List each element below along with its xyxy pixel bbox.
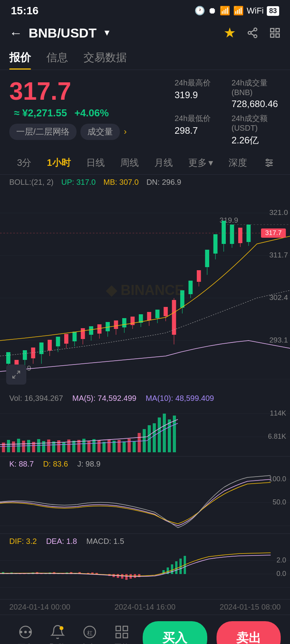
svg-rect-42 [73, 332, 77, 341]
svg-point-13 [270, 162, 272, 164]
nav-more[interactable]: 更多 [9, 624, 41, 644]
layer-tag[interactable]: 一层/二层网络 [9, 124, 77, 140]
grid-icon[interactable] [269, 27, 281, 39]
svg-line-91 [13, 375, 15, 378]
svg-rect-99 [17, 439, 20, 452]
svg-rect-84 [238, 228, 242, 243]
time-label-1: 2024-01-14 00:00 [9, 603, 70, 612]
kdj-d: D: 83.6 [43, 460, 68, 469]
svg-rect-174 [171, 564, 173, 574]
price-section: 317.7 ≈ ¥2,271.55 +4.06% 一层/二层网络 成交量 › 2… [0, 70, 290, 151]
svg-line-90 [17, 371, 20, 374]
alarm-icon: 🕐 [194, 6, 205, 16]
svg-rect-117 [107, 440, 111, 452]
candlestick-chart[interactable]: 321.0 311.7 302.4 293.1 297.9 [0, 190, 290, 391]
nav-grid[interactable]: 网格 [106, 624, 138, 644]
pair-title[interactable]: BNB/USDT [29, 26, 97, 41]
svg-rect-112 [82, 439, 85, 452]
macd-macd-val: MACD: 1.5 [86, 537, 124, 546]
status-bar: 15:16 🕐 ⏺ 📶 📶 WiFi 83 [0, 0, 290, 20]
high24h-value: 319.9 [174, 90, 223, 101]
chart-tab-week[interactable]: 周线 [113, 151, 147, 174]
chart-tab-more[interactable]: 更多▾ [181, 151, 221, 174]
vol-ma5: MA(5): 74,592.499 [72, 394, 136, 403]
sell-button[interactable]: 卖出 [217, 621, 281, 644]
back-button[interactable]: ← [9, 26, 22, 41]
buy-button[interactable]: 买入 [143, 621, 207, 644]
tab-info[interactable]: 信息 [46, 46, 68, 70]
chart-tab-month[interactable]: 月线 [147, 151, 181, 174]
volume-chart[interactable]: 114K 6.81K [0, 406, 290, 456]
leverage-label: 杠杆 [82, 642, 97, 644]
tab-trading-data[interactable]: 交易数据 [84, 46, 127, 70]
chart-settings-icon[interactable] [258, 152, 281, 174]
svg-rect-29 [23, 350, 27, 360]
svg-rect-76 [213, 234, 218, 254]
nav-leverage[interactable]: 杠 杠杆 [74, 624, 106, 644]
svg-rect-110 [72, 441, 75, 452]
signal-icon: 📶 [220, 6, 230, 16]
svg-text:100.0: 100.0 [269, 475, 286, 483]
binance-watermark: ◆ BINANCE [106, 282, 184, 298]
svg-point-179 [24, 630, 27, 633]
macd-chart[interactable]: 2.0 0.0 [0, 549, 290, 599]
alert-icon [50, 624, 65, 640]
svg-rect-168 [125, 574, 128, 580]
chart-tabs: 3分 1小时 日线 周线 月线 更多▾ 深度 [0, 151, 290, 175]
nav-alert[interactable]: 预警 [41, 624, 73, 644]
vol24h-label: 24h成交量(BNB) [232, 78, 281, 97]
chart-tab-1h[interactable]: 1小时 [39, 151, 78, 174]
svg-rect-44 [81, 328, 85, 339]
svg-rect-104 [42, 441, 45, 452]
tab-quote[interactable]: 报价 [9, 46, 31, 70]
svg-rect-101 [27, 440, 30, 452]
svg-text:50.0: 50.0 [273, 498, 286, 506]
share-icon[interactable] [247, 27, 258, 39]
status-icons: 🕐 ⏺ 📶 📶 WiFi 83 [194, 6, 279, 16]
low24h-value: 298.7 [174, 125, 223, 136]
svg-rect-54 [122, 318, 126, 327]
boll-dn: DN: 296.9 [147, 178, 181, 187]
price-cny: ≈ ¥2,271.55 +4.06% [9, 107, 167, 119]
chart-tab-3min[interactable]: 3分 [9, 151, 39, 174]
svg-rect-46 [89, 326, 93, 335]
svg-rect-52 [114, 320, 118, 329]
svg-rect-186 [123, 626, 128, 631]
turnover24h-label: 24h成交额(USDT) [232, 113, 281, 133]
svg-rect-103 [37, 439, 40, 452]
dropdown-icon[interactable]: ▼ [103, 28, 111, 38]
svg-text:6.81K: 6.81K [268, 433, 286, 440]
grid-label: 网格 [114, 642, 130, 644]
chart-tab-day[interactable]: 日线 [78, 151, 113, 174]
volume-tag[interactable]: 成交量 [80, 124, 120, 140]
more-label: 更多 [18, 642, 33, 644]
svg-rect-80 [222, 221, 226, 244]
turnover24h-value: 2.26亿 [232, 134, 281, 147]
vol-ma10: MA(10): 48,599.409 [146, 394, 214, 403]
svg-rect-121 [128, 439, 131, 452]
svg-rect-25 [6, 352, 10, 364]
svg-rect-70 [189, 281, 193, 294]
boll-mb: MB: 307.0 [103, 178, 138, 187]
tag-arrow-icon: › [124, 127, 126, 137]
time-label-2: 2024-01-14 16:00 [114, 603, 176, 612]
svg-rect-120 [123, 441, 126, 452]
kdj-indicator: K: 88.7 D: 83.6 J: 98.9 [0, 456, 290, 472]
svg-rect-129 [168, 419, 171, 452]
main-price: 317.7 [9, 78, 167, 105]
svg-rect-6 [276, 29, 280, 32]
vol-label: Vol: 16,394.267 [9, 394, 63, 403]
svg-rect-7 [271, 34, 274, 37]
chart-expand-button[interactable] [6, 365, 26, 385]
svg-text:311.7: 311.7 [269, 251, 288, 259]
svg-rect-50 [106, 322, 110, 331]
svg-rect-36 [48, 340, 52, 351]
time-label-3: 2024-01-15 08:00 [220, 603, 281, 612]
svg-rect-188 [123, 633, 128, 638]
svg-text:293.1: 293.1 [269, 336, 288, 344]
favorite-icon[interactable]: ★ [223, 25, 236, 41]
svg-point-12 [266, 159, 268, 161]
chart-tab-depth[interactable]: 深度 [221, 151, 255, 174]
kdj-chart[interactable]: 100.0 50.0 [0, 472, 290, 533]
svg-rect-60 [147, 312, 151, 320]
